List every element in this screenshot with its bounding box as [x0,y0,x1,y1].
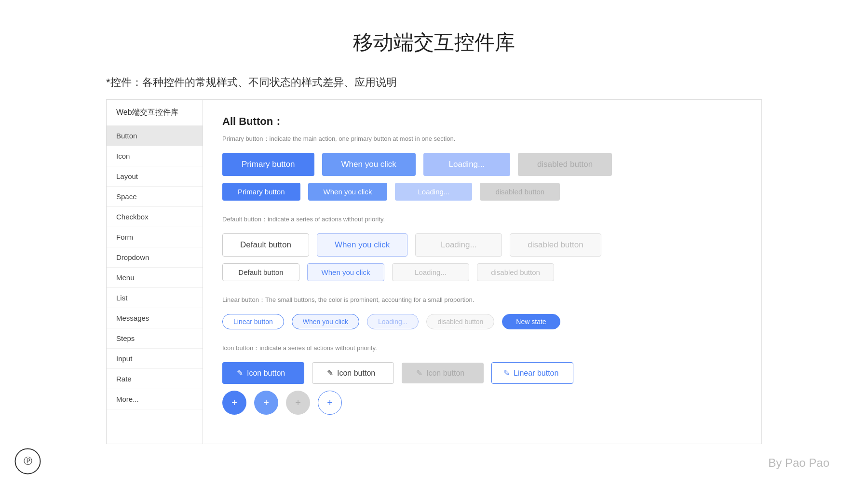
default-button-row-large: Default button When you click Loading...… [222,233,742,257]
icon-button-disabled: ✎ Icon button [402,363,484,383]
circle-button-hover[interactable]: + [254,391,278,415]
sidebar-item-list[interactable]: List [107,288,203,308]
edit-icon-default: ✎ [327,368,333,378]
primary-button-section: Primary button：indicate the main action,… [222,135,742,201]
icon-button-row: ✎ Icon button ✎ Icon button ✎ Icon butto… [222,362,742,384]
linear-button-section: Linear button：The small buttons, the col… [222,296,742,329]
icon-button-primary-label: Icon button [247,369,285,378]
plus-icon-disabled: + [295,397,301,408]
sidebar-item-button[interactable]: Button [107,126,203,146]
linear-section-desc: Linear button：The small buttons, the col… [222,296,742,304]
icon-button-disabled-label: Icon button [426,369,464,378]
icon-button-default-label: Icon button [337,369,375,378]
content-area: All Button： Primary button：indicate the … [203,100,761,444]
default-button-normal-lg[interactable]: Default button [222,233,309,257]
plus-icon-hover: + [263,397,269,408]
page-subtitle: *控件：各种控件的常规样式、不同状态的样式差异、应用说明 [106,75,868,90]
default-section-desc: Default button：indicate a series of acti… [222,215,742,224]
section-title: All Button： [222,114,742,129]
sidebar-item-menu[interactable]: Menu [107,268,203,288]
linear-button-loading: Loading... [367,314,419,329]
primary-button-normal-md[interactable]: Primary button [222,183,300,201]
sidebar-item-checkbox[interactable]: Checkbox [107,207,203,227]
primary-button-disabled-md: disabled button [480,183,560,201]
icon-button-linear-label: Linear button [514,369,558,378]
linear-button-normal[interactable]: Linear button [222,314,284,329]
sidebar-item-form[interactable]: Form [107,227,203,247]
circle-button-disabled: + [286,391,310,415]
linear-button-disabled: disabled button [426,314,494,329]
svg-text:Ⓟ: Ⓟ [24,456,32,466]
default-button-section: Default button：indicate a series of acti… [222,215,742,281]
default-button-disabled-lg: disabled button [510,233,601,257]
icon-button-primary[interactable]: ✎ Icon button [222,362,304,384]
icon-button-default[interactable]: ✎ Icon button [312,362,394,384]
icon-button-linear[interactable]: ✎ Linear button [491,362,573,384]
primary-button-hover-lg[interactable]: When you click [322,153,416,176]
default-button-hover-lg[interactable]: When you click [317,233,407,257]
default-button-disabled-md: disabled button [477,263,554,281]
primary-button-row-large: Primary button When you click Loading...… [222,153,742,176]
primary-section-desc: Primary button：indicate the main action,… [222,135,742,143]
icon-section-desc: Icon button：indicate a series of actions… [222,344,742,353]
page-title: 移动端交互控件库 [0,0,868,75]
sidebar-item-messages[interactable]: Messages [107,308,203,328]
plus-icon-linear: + [327,397,333,408]
sidebar-item-more[interactable]: More... [107,389,203,409]
primary-button-normal-lg[interactable]: Primary button [222,153,314,176]
sidebar-item-space[interactable]: Space [107,187,203,207]
footer-brand: By Pao Pao [768,456,829,470]
linear-button-row: Linear button When you click Loading... … [222,314,742,329]
circle-button-linear[interactable]: + [318,391,342,415]
default-button-hover-md[interactable]: When you click [307,263,384,281]
default-button-loading-lg: Loading... [415,233,502,257]
primary-button-hover-md[interactable]: When you click [308,183,388,201]
sidebar-item-icon[interactable]: Icon [107,146,203,166]
primary-button-row-medium: Primary button When you click Loading...… [222,183,742,201]
default-button-loading-md: Loading... [392,263,469,281]
sidebar-item-layout[interactable]: Layout [107,166,203,187]
circle-button-primary[interactable]: + [222,391,246,415]
plus-icon-primary: + [231,397,237,408]
sidebar-item-steps[interactable]: Steps [107,328,203,349]
icon-button-section: Icon button：indicate a series of actions… [222,344,742,415]
primary-button-disabled-lg: disabled button [518,153,612,176]
sidebar-item-input[interactable]: Input [107,349,203,369]
sidebar-header: Web端交互控件库 [107,100,203,126]
edit-icon-disabled: ✎ [416,368,422,378]
sidebar-item-rate[interactable]: Rate [107,369,203,389]
edit-icon: ✎ [237,368,243,378]
primary-button-loading-lg: Loading... [423,153,510,176]
primary-button-loading-md: Loading... [395,183,472,201]
sidebar: Web端交互控件库 Button Icon Layout Space Check… [107,100,203,444]
main-container: Web端交互控件库 Button Icon Layout Space Check… [106,99,762,444]
logo-icon: Ⓟ [14,448,41,475]
sidebar-item-dropdown[interactable]: Dropdown [107,247,203,268]
circle-button-row: + + + + [222,391,742,415]
linear-button-new[interactable]: New state [502,314,560,329]
edit-icon-linear: ✎ [503,368,510,378]
linear-button-hover[interactable]: When you click [292,314,359,329]
default-button-normal-md[interactable]: Default button [222,263,299,281]
default-button-row-medium: Default button When you click Loading...… [222,263,742,281]
